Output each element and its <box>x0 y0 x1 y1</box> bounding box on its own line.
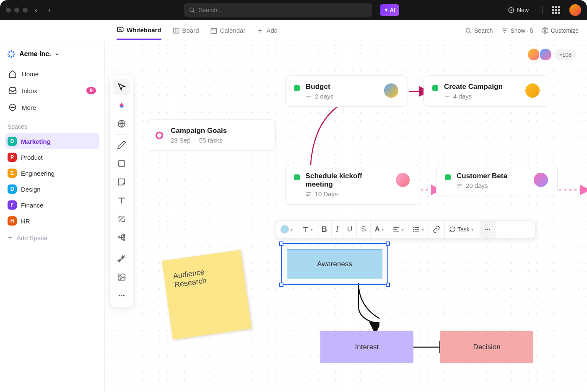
svg-rect-3 <box>173 28 179 33</box>
workspace-selector[interactable]: Acme Inc. <box>5 47 99 65</box>
svg-point-22 <box>156 132 163 138</box>
tool-shape[interactable] <box>113 156 130 171</box>
sidebar-space-hr[interactable]: HHR <box>5 213 99 229</box>
plus-icon <box>508 7 514 13</box>
node-duration: 2 days <box>315 93 333 100</box>
lines-icon <box>444 93 450 99</box>
whiteboard-canvas[interactable]: +108 Campaign Goals 23 Sep · 55 tasks <box>105 41 587 392</box>
assignee-avatar[interactable] <box>533 172 549 188</box>
node-campaign-goals[interactable]: Campaign Goals 23 Sep · 55 tasks <box>146 119 276 151</box>
dots-icon <box>484 226 491 233</box>
font-family[interactable]: ▾ <box>297 221 317 238</box>
user-avatar[interactable] <box>569 4 581 16</box>
shape-label: Interest <box>355 343 379 351</box>
tab-add[interactable]: Add <box>256 22 278 39</box>
node-title: Campaign Goals <box>171 127 227 135</box>
tool-image[interactable] <box>113 269 130 285</box>
connector <box>338 281 379 335</box>
space-label: Finance <box>21 202 43 209</box>
underline-button[interactable]: U <box>343 221 357 238</box>
more-collaborators[interactable]: +108 <box>555 49 576 60</box>
shape-decision[interactable]: Decision <box>440 331 533 363</box>
tool-connector[interactable] <box>113 211 130 227</box>
assignee-avatar[interactable] <box>525 83 540 99</box>
tool-web[interactable] <box>113 116 130 132</box>
avatar[interactable] <box>527 48 540 61</box>
add-space[interactable]: +Add Space <box>5 229 99 247</box>
node-title: Schedule kickoff meeting <box>306 172 389 189</box>
sidebar-space-product[interactable]: PProduct <box>5 149 99 165</box>
tool-pointer[interactable] <box>113 79 130 95</box>
svg-point-19 <box>119 295 120 296</box>
space-badge: D <box>8 137 17 146</box>
tab-whiteboard[interactable]: Whiteboard <box>117 21 161 40</box>
node-budget[interactable]: Budget 2 days <box>285 75 408 107</box>
tool-ai-shape[interactable] <box>113 97 130 113</box>
apps-menu[interactable] <box>552 6 560 14</box>
nav-forward[interactable]: › <box>44 5 55 15</box>
search-icon <box>465 27 472 34</box>
more-button[interactable] <box>480 221 496 238</box>
space-label: HR <box>21 218 30 225</box>
sidebar-space-engineering[interactable]: EEngineering <box>5 165 99 181</box>
svg-point-6 <box>544 30 546 31</box>
sidebar-space-design[interactable]: DDesign <box>5 181 99 197</box>
chevron-down-icon <box>55 52 60 57</box>
svg-point-9 <box>12 107 13 108</box>
tool-more[interactable] <box>113 288 130 304</box>
sidebar-space-marketing[interactable]: DMarketing <box>5 133 99 149</box>
list-button[interactable]: ▾ <box>408 221 429 238</box>
tool-text[interactable] <box>113 192 130 208</box>
link-button[interactable] <box>429 221 445 238</box>
tab-calendar[interactable]: Calendar <box>210 22 246 39</box>
svg-point-23 <box>413 227 414 228</box>
label: Search <box>474 27 493 34</box>
tool-magic[interactable] <box>113 251 130 267</box>
node-schedule-kickoff[interactable]: Schedule kickoff meeting 10 Days <box>285 165 419 205</box>
svg-point-13 <box>119 236 120 238</box>
window-controls[interactable] <box>6 8 28 13</box>
avatar[interactable] <box>539 48 552 61</box>
svg-point-0 <box>190 8 194 12</box>
node-customer-beta[interactable]: Customer Beta 20 days <box>436 165 558 196</box>
text-color[interactable]: A▾ <box>371 221 388 238</box>
tool-sticky[interactable] <box>113 174 130 190</box>
tool-pen[interactable] <box>113 137 130 153</box>
svg-point-28 <box>489 229 490 230</box>
view-show[interactable]: Show · 5 <box>501 27 533 34</box>
nav-inbox[interactable]: Inbox 9 <box>5 82 99 99</box>
sticky-note[interactable]: Audience Research <box>162 250 252 340</box>
view-customize[interactable]: Customize <box>542 27 579 34</box>
assignee-avatar[interactable] <box>395 172 410 188</box>
svg-point-15 <box>123 236 125 238</box>
strikethrough-button[interactable]: S <box>357 221 370 238</box>
align-button[interactable]: ▾ <box>388 221 408 238</box>
ai-button[interactable]: ✦ AI <box>380 4 399 16</box>
shape-awareness[interactable]: Awareness <box>287 249 382 279</box>
nav-home[interactable]: Home <box>5 65 99 82</box>
convert-task[interactable]: Task▾ <box>445 221 478 238</box>
global-search[interactable]: Search... <box>184 3 372 17</box>
shape-interest[interactable]: Interest <box>320 331 413 363</box>
italic-button[interactable]: I <box>332 221 343 238</box>
tab-label: Whiteboard <box>127 26 161 34</box>
shape-label: Awareness <box>317 260 352 268</box>
status-dot <box>432 85 438 91</box>
nav-back[interactable]: ‹ <box>31 5 41 15</box>
bold-button[interactable]: B <box>317 221 332 238</box>
node-duration: 10 Days <box>315 190 338 197</box>
tab-board[interactable]: Board <box>172 22 199 39</box>
new-button[interactable]: New <box>504 5 533 15</box>
board-icon <box>172 27 180 34</box>
tool-mindmap[interactable] <box>113 229 130 245</box>
nav-more[interactable]: More <box>5 99 99 116</box>
sidebar-space-finance[interactable]: FFinance <box>5 197 99 213</box>
lines-icon <box>457 183 462 189</box>
svg-point-20 <box>121 295 122 296</box>
logo-icon <box>7 49 16 59</box>
view-search[interactable]: Search <box>465 27 493 34</box>
lines-icon <box>306 191 312 197</box>
assignee-avatar[interactable] <box>383 83 399 99</box>
node-create-campaign[interactable]: Create Campaign 4 days <box>423 75 549 107</box>
fill-color-picker[interactable]: ▾ <box>276 221 297 238</box>
